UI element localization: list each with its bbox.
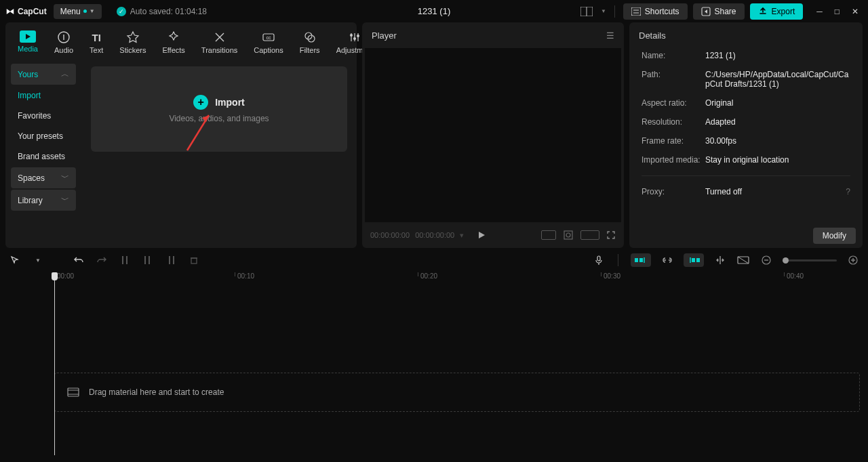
sidebar-item-import[interactable]: Import <box>11 86 76 105</box>
minimize-button[interactable]: ─ <box>816 7 823 16</box>
preview-button[interactable] <box>736 253 750 267</box>
tab-label: Transitions <box>201 46 237 54</box>
timeline-tracks[interactable]: Drag material here and start to create <box>54 293 860 458</box>
chevron-down-icon: ﹀ <box>61 194 69 206</box>
shortcuts-label: Shortcuts <box>645 7 679 16</box>
align-button[interactable] <box>713 253 727 267</box>
ratio-button[interactable] <box>541 230 556 240</box>
svg-rect-30 <box>696 258 700 262</box>
tab-stickers[interactable]: Stickers <box>113 26 153 58</box>
sidebar-label: Favorites <box>18 111 51 121</box>
capcut-icon <box>5 7 15 16</box>
link-button[interactable] <box>660 253 674 267</box>
menu-label: Menu <box>60 7 81 16</box>
tab-label: Media <box>18 45 38 53</box>
tab-captions[interactable]: cc Captions <box>247 26 290 58</box>
chevron-down-icon[interactable]: ▾ <box>460 231 464 240</box>
layout-icon[interactable] <box>578 4 595 19</box>
time-current: 00:00:00:00 <box>370 231 410 239</box>
sidebar-item-spaces[interactable]: Spaces ﹀ <box>11 167 76 188</box>
tab-text[interactable]: TI Text <box>83 26 110 58</box>
player-menu-icon[interactable]: ☰ <box>606 30 614 41</box>
modify-button[interactable]: Modify <box>813 228 856 244</box>
divider <box>618 254 618 266</box>
effects-icon <box>167 30 180 44</box>
details-title: Details <box>639 30 666 41</box>
delete-button[interactable] <box>187 253 201 267</box>
magnet-right-button[interactable] <box>684 253 704 267</box>
sidebar-label: Library <box>18 196 43 205</box>
tab-effects[interactable]: Effects <box>155 26 191 58</box>
zoom-slider[interactable] <box>783 259 837 261</box>
export-icon <box>758 7 768 16</box>
zoom-in-button[interactable] <box>846 253 860 267</box>
share-button[interactable]: Share <box>693 3 745 20</box>
trim-left-button[interactable] <box>141 253 155 267</box>
import-subtitle: Videos, audios, and images <box>169 114 269 123</box>
undo-button[interactable] <box>72 253 85 267</box>
player-viewport[interactable] <box>365 48 621 222</box>
audio-icon <box>57 30 71 44</box>
maximize-button[interactable]: □ <box>835 7 840 16</box>
media-body: Yours ︿ Import Favorites Your presets Br… <box>5 58 357 248</box>
tab-audio[interactable]: Audio <box>47 26 80 58</box>
detail-label: Proxy: <box>642 187 705 196</box>
magnet-left-button[interactable] <box>631 253 651 267</box>
timeline-drop-hint[interactable]: Drag material here and start to create <box>54 373 860 412</box>
timeline-panel[interactable]: Drag material here and start to create <box>0 287 868 462</box>
import-dropzone[interactable]: + Import Videos, audios, and images <box>91 66 347 152</box>
timeline-ruler[interactable]: 00:00 00:10 00:20 00:30 00:40 <box>0 272 868 287</box>
check-icon: ✓ <box>117 7 126 16</box>
menu-button[interactable]: Menu ▼ <box>54 4 102 19</box>
tab-label: Captions <box>254 46 283 54</box>
svg-point-15 <box>566 233 570 237</box>
stickers-icon <box>126 30 140 44</box>
svg-rect-26 <box>639 258 643 262</box>
ruler-tick: 00:10 <box>237 272 254 280</box>
close-button[interactable]: ✕ <box>852 7 859 16</box>
detail-proxy: Proxy:Turned off? <box>642 187 850 196</box>
frame-size-button[interactable] <box>580 230 599 240</box>
chevron-down-icon: ﹀ <box>61 172 69 184</box>
chevron-down-icon: ▼ <box>90 8 95 14</box>
redo-button[interactable] <box>95 253 108 267</box>
playhead-handle[interactable] <box>52 272 58 280</box>
svg-rect-16 <box>122 256 123 264</box>
mic-button[interactable] <box>592 253 606 267</box>
svg-rect-18 <box>144 256 146 264</box>
playhead-line <box>54 272 55 455</box>
sidebar-item-presets[interactable]: Your presets <box>11 127 76 146</box>
tab-media[interactable]: Media <box>11 26 45 58</box>
zoom-out-button[interactable] <box>760 253 773 267</box>
titlebar-actions: ▼ Shortcuts Share Export ─ □ ✕ <box>578 3 863 20</box>
export-button[interactable]: Export <box>750 3 804 20</box>
play-button[interactable] <box>473 227 490 243</box>
media-panel: Media Audio TI Text Stickers Effects Tra… <box>5 22 357 248</box>
chevron-down-icon[interactable]: ▼ <box>601 8 606 14</box>
trim-right-button[interactable] <box>164 253 178 267</box>
detail-value: Turned off <box>705 187 846 196</box>
crop-icon[interactable] <box>563 230 574 240</box>
help-icon[interactable]: ? <box>846 187 850 196</box>
svg-rect-17 <box>126 256 127 264</box>
sidebar-item-brand[interactable]: Brand assets <box>11 147 76 166</box>
project-title: 1231 (1) <box>418 6 450 16</box>
ruler-tick: 00:20 <box>420 272 437 280</box>
sidebar-item-favorites[interactable]: Favorites <box>11 106 76 125</box>
pointer-tool[interactable] <box>8 253 22 267</box>
export-label: Export <box>772 7 795 16</box>
detail-value: Stay in original location <box>705 155 850 165</box>
tab-transitions[interactable]: Transitions <box>195 26 244 58</box>
sidebar-item-yours[interactable]: Yours ︿ <box>11 64 76 85</box>
import-row: + Import <box>193 95 245 110</box>
tab-label: Filters <box>300 46 320 54</box>
shortcuts-button[interactable]: Shortcuts <box>623 3 688 20</box>
sidebar-item-library[interactable]: Library ﹀ <box>11 190 76 211</box>
tab-filters[interactable]: Filters <box>293 26 327 58</box>
split-button[interactable] <box>118 253 132 267</box>
svg-rect-14 <box>564 231 572 239</box>
chevron-down-icon[interactable]: ▼ <box>31 253 45 267</box>
fullscreen-icon[interactable] <box>606 230 616 240</box>
svg-rect-22 <box>191 258 197 264</box>
svg-text:cc: cc <box>266 35 271 40</box>
